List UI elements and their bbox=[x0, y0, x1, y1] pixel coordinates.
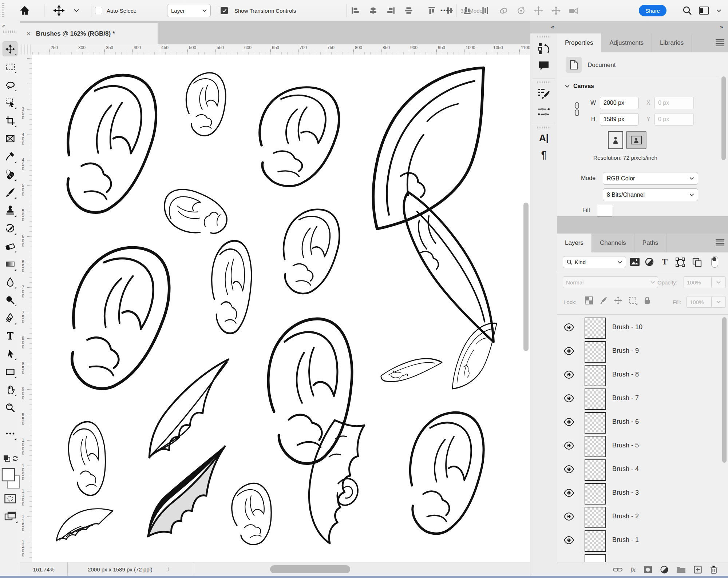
lock-pixels-icon[interactable] bbox=[599, 296, 608, 305]
object-selection-tool[interactable] bbox=[3, 95, 17, 110]
3d-camera-icon[interactable] bbox=[569, 0, 578, 21]
filter-adjustment-layers-icon[interactable] bbox=[645, 258, 654, 266]
dodge-tool[interactable] bbox=[3, 292, 17, 307]
foreground-color-swatch[interactable] bbox=[1, 468, 20, 489]
bit-depth-dropdown[interactable]: 8 Bits/Channel bbox=[603, 188, 698, 201]
visibility-eye-icon[interactable] bbox=[563, 323, 574, 331]
collapse-panels-icon[interactable]: « bbox=[551, 24, 554, 30]
pen-tool[interactable] bbox=[3, 311, 17, 326]
layer-name[interactable]: Brush - 8 bbox=[612, 371, 639, 378]
canvas-section-header[interactable]: Canvas bbox=[565, 83, 594, 89]
tab-adjustments[interactable]: Adjustments bbox=[601, 33, 652, 52]
3d-slide-icon[interactable] bbox=[551, 0, 561, 21]
layer-thumbnail[interactable] bbox=[585, 530, 606, 552]
visibility-eye-icon[interactable] bbox=[563, 513, 574, 521]
filter-toggle[interactable] bbox=[711, 256, 718, 268]
document-tab[interactable]: × Brushes @ 162% (RGB/8) * bbox=[20, 23, 158, 44]
search-icon[interactable] bbox=[682, 0, 692, 21]
layer-thumbnail[interactable] bbox=[585, 507, 606, 528]
fill-swatch[interactable] bbox=[597, 205, 612, 216]
3d-roll-icon[interactable] bbox=[516, 0, 526, 21]
current-tool-icon[interactable] bbox=[53, 0, 65, 21]
history-panel-icon[interactable] bbox=[530, 42, 557, 55]
auto-select-checkbox[interactable] bbox=[95, 0, 102, 21]
layer-name[interactable]: Brush - 4 bbox=[612, 465, 639, 473]
layer-thumbnail[interactable] bbox=[585, 365, 606, 386]
layer-row[interactable]: Brush - 9 bbox=[557, 339, 728, 363]
eyedropper-tool[interactable] bbox=[3, 149, 17, 164]
filter-smart-objects-icon[interactable] bbox=[692, 258, 702, 267]
show-transform-checkbox[interactable] bbox=[221, 0, 228, 21]
panel-menu-icon[interactable] bbox=[716, 39, 724, 47]
type-tool[interactable] bbox=[3, 328, 17, 343]
link-layers-icon[interactable] bbox=[613, 566, 622, 574]
screen-mode-icon[interactable] bbox=[4, 511, 16, 522]
filter-pixel-layers-icon[interactable] bbox=[630, 258, 640, 266]
filter-type-layers-icon[interactable]: T bbox=[662, 257, 668, 267]
visibility-eye-icon[interactable] bbox=[563, 489, 574, 497]
opacity-field[interactable]: 100% bbox=[684, 276, 716, 288]
brushes-panel-icon[interactable] bbox=[530, 106, 557, 117]
lasso-tool[interactable] bbox=[3, 77, 17, 92]
align-left-icon[interactable] bbox=[351, 0, 360, 21]
layer-name[interactable]: Brush - 6 bbox=[612, 418, 639, 426]
collapse-dock-icon[interactable]: » bbox=[720, 24, 723, 30]
more-options-button[interactable]: ••• bbox=[440, 0, 449, 21]
visibility-eye-icon[interactable] bbox=[563, 347, 574, 355]
layer-row[interactable]: Brush - 8 bbox=[557, 363, 728, 387]
layer-row[interactable]: Brush - 5 bbox=[557, 434, 728, 458]
more-tools-tool[interactable] bbox=[3, 426, 17, 441]
share-button[interactable]: Share bbox=[639, 5, 666, 16]
add-mask-icon[interactable] bbox=[644, 566, 652, 573]
rectangle-tool[interactable] bbox=[3, 364, 17, 379]
expand-tools-icon[interactable]: » bbox=[2, 23, 5, 28]
gradient-tool[interactable] bbox=[3, 257, 17, 272]
frame-tool[interactable] bbox=[3, 131, 17, 146]
layer-row[interactable]: Brush - 6 bbox=[557, 410, 728, 434]
filter-shape-layers-icon[interactable] bbox=[676, 258, 685, 267]
layer-thumbnail[interactable] bbox=[585, 459, 606, 481]
layer-row[interactable]: Brush - 3 bbox=[557, 481, 728, 505]
opacity-chevron[interactable] bbox=[711, 276, 726, 288]
visibility-eye-icon[interactable] bbox=[563, 442, 574, 450]
tab-layers[interactable]: Layers bbox=[557, 234, 592, 252]
default-colors-icon[interactable] bbox=[3, 455, 11, 463]
layer-thumbnail[interactable] bbox=[585, 483, 606, 505]
blend-mode-dropdown[interactable]: Normal bbox=[563, 276, 658, 288]
paragraph-panel-icon[interactable]: ¶ bbox=[530, 149, 557, 161]
layer-row[interactable]: Brush - 7 bbox=[557, 387, 728, 411]
link-dimensions-icon[interactable] bbox=[573, 101, 581, 117]
tool-preset-chevron[interactable] bbox=[74, 0, 79, 21]
visibility-eye-icon[interactable] bbox=[563, 371, 574, 379]
tab-paths[interactable]: Paths bbox=[634, 234, 666, 252]
workspace-chevron-icon[interactable] bbox=[716, 0, 721, 21]
tab-properties[interactable]: Properties bbox=[557, 33, 601, 52]
color-mode-dropdown[interactable]: RGB Color bbox=[603, 172, 698, 185]
swap-colors-icon[interactable] bbox=[12, 455, 19, 462]
canvas-vertical-scrollbar[interactable] bbox=[523, 203, 529, 351]
orientation-landscape-button[interactable] bbox=[626, 131, 646, 149]
close-tab-icon[interactable]: × bbox=[27, 29, 31, 38]
properties-scrollbar[interactable] bbox=[721, 76, 726, 160]
width-field[interactable]: 2000 px bbox=[600, 97, 638, 109]
visibility-eye-icon[interactable] bbox=[563, 536, 574, 544]
align-right-icon[interactable] bbox=[387, 0, 395, 21]
layer-name[interactable]: Brush - 9 bbox=[612, 347, 639, 355]
document-canvas[interactable] bbox=[32, 55, 530, 562]
spot-healing-brush-tool[interactable] bbox=[3, 167, 17, 182]
align-justify-icon[interactable] bbox=[404, 0, 413, 21]
layer-row[interactable]: Brush - 2 bbox=[557, 505, 728, 529]
path-selection-tool[interactable] bbox=[3, 346, 17, 361]
y-field[interactable]: 0 px bbox=[654, 113, 694, 125]
layer-thumbnail[interactable] bbox=[585, 388, 606, 410]
layer-thumbnail[interactable] bbox=[585, 436, 606, 457]
layer-row-partial[interactable] bbox=[557, 552, 728, 562]
layer-effects-icon[interactable]: fx bbox=[630, 566, 636, 574]
layer-row[interactable]: Brush - 4 bbox=[557, 458, 728, 482]
home-icon[interactable] bbox=[19, 0, 31, 21]
zoom-tool[interactable] bbox=[3, 400, 17, 415]
blur-tool[interactable] bbox=[3, 275, 17, 290]
canvas-horizontal-scrollbar[interactable] bbox=[270, 565, 350, 573]
lock-transparency-icon[interactable] bbox=[585, 296, 593, 305]
align-top-icon[interactable] bbox=[427, 0, 436, 21]
